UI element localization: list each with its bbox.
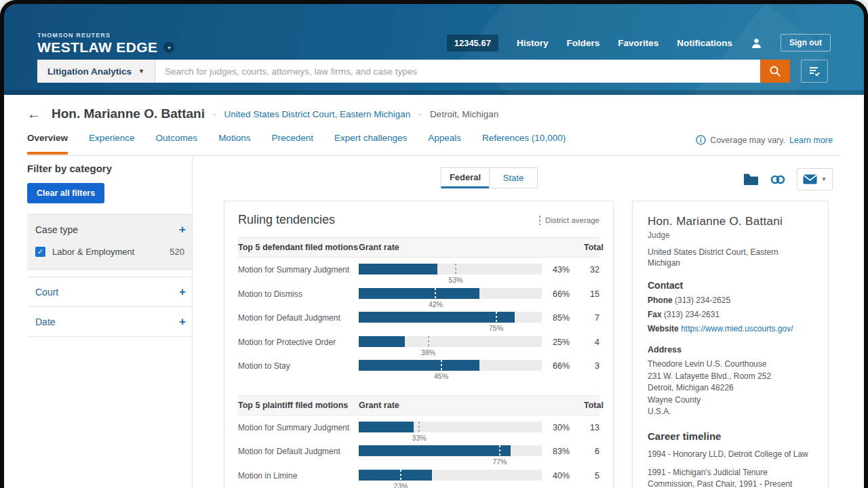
motion-row: Motion for Summary Judgment53%43%32	[238, 264, 599, 288]
bar-track	[359, 264, 542, 274]
toggle-federal[interactable]: Federal	[441, 167, 490, 188]
info-icon[interactable]	[696, 135, 706, 145]
motion-label: Motion for Summary Judgment	[238, 264, 359, 274]
motion-label: Motion for Protective Order	[238, 336, 359, 347]
brand-thomson-reuters: THOMSON REUTERS	[37, 32, 174, 39]
district-average-marker-icon	[539, 216, 540, 225]
plus-icon[interactable]: +	[179, 316, 186, 327]
motion-label: Motion to Stay	[238, 360, 359, 371]
coverage-learn-more-link[interactable]: Learn more	[789, 136, 833, 145]
envelope-icon	[803, 174, 817, 184]
checkbox-checked-icon[interactable]: ✓	[35, 247, 45, 257]
bar-track	[359, 336, 542, 347]
bar-track	[359, 360, 542, 371]
client-id-button[interactable]: 12345.67	[447, 35, 498, 52]
grant-rate-bar: 77%	[359, 445, 542, 456]
search-scope-dropdown[interactable]: Litigation Analytics ▼	[37, 60, 155, 83]
clear-all-filters-button[interactable]: Clear all filters	[27, 183, 104, 203]
motion-row: Motion for Protective Order38%25%4	[238, 336, 599, 361]
tab-overview[interactable]: Overview	[27, 133, 68, 155]
district-average-value: 77%	[492, 458, 507, 466]
filter-checkbox-item[interactable]: ✓Labor & Employment520	[27, 244, 193, 269]
address-heading: Address	[648, 345, 813, 354]
website-line: Website https://www.mied.uscourts.gov/	[648, 324, 813, 333]
search-bar: Litigation Analytics ▼	[37, 60, 790, 83]
motion-row: Motion for Default Judgment75%85%7	[238, 312, 599, 336]
filter-item-count: 520	[170, 247, 184, 257]
brand-logo: THOMSON REUTERS WESTLAW EDGE ▾	[37, 32, 174, 56]
bar-fill	[359, 470, 432, 481]
motion-label: Motion for Default Judgment	[238, 445, 359, 456]
plus-icon[interactable]: +	[179, 286, 186, 298]
saved-items-button[interactable]	[801, 60, 828, 83]
grant-rate-value: 25%	[542, 336, 584, 347]
bar-fill	[359, 264, 437, 274]
filter-section-header[interactable]: Case type+	[27, 215, 193, 244]
career-entry: 1991 - Michigan's Judicial Tenure Commis…	[648, 467, 813, 488]
grant-rate-bar: 53%	[359, 264, 542, 274]
grant-rate-value: 66%	[542, 360, 584, 371]
website-link[interactable]: https://www.mied.uscourts.gov/	[681, 324, 793, 333]
filter-section-header[interactable]: Court+	[27, 277, 193, 306]
grant-rate-value: 83%	[542, 445, 584, 456]
judge-card-court: United States District Court, Eastern Mi…	[648, 247, 813, 268]
back-arrow-icon[interactable]: ←	[27, 107, 41, 121]
filter-item-label: Labor & Employment	[52, 247, 170, 257]
bar-track	[359, 288, 542, 299]
tab-outcomes[interactable]: Outcomes	[156, 133, 198, 155]
tab-precedent[interactable]: Precedent	[271, 133, 313, 155]
grant-rate-value: 43%	[542, 264, 584, 274]
nav-history[interactable]: History	[517, 38, 549, 48]
list-check-icon	[808, 66, 821, 77]
district-average-value: 75%	[489, 324, 503, 332]
total-value: 6	[584, 445, 599, 456]
motions-tables: Top 5 defendant filed motionsGrant rateT…	[238, 237, 599, 488]
coverage-note: Coverage may vary. Learn more	[696, 135, 833, 145]
nav-folders[interactable]: Folders	[566, 38, 599, 48]
search-input[interactable]	[155, 60, 760, 83]
district-average-value: 33%	[412, 434, 427, 442]
brand-dropdown-icon[interactable]: ▾	[163, 42, 174, 53]
filter-sections: Case type+✓Labor & Employment520Court+Da…	[27, 214, 193, 337]
ruling-tendencies-card: Ruling tendencies District average Top 5…	[224, 201, 614, 488]
website-label: Website	[648, 324, 679, 333]
coverage-text: Coverage may vary.	[710, 136, 785, 145]
grant-rate-bar: 45%	[359, 360, 542, 371]
motions-table-header: Top 5 plaintiff filed motionsGrant rateT…	[238, 395, 599, 415]
sign-out-button[interactable]: Sign out	[781, 34, 831, 52]
separator-dot: ·	[213, 108, 216, 119]
tab-experience[interactable]: Experience	[89, 133, 135, 155]
chevron-down-icon: ▼	[821, 176, 827, 182]
chevron-down-icon: ▼	[138, 68, 144, 75]
user-account-icon[interactable]	[751, 37, 762, 49]
tab-expert-challenges[interactable]: Expert challenges	[334, 133, 407, 155]
motion-row: Motion for Default Judgment77%83%6	[238, 445, 599, 470]
total-value: 7	[584, 312, 599, 323]
court-link[interactable]: United States District Court, Eastern Mi…	[224, 109, 411, 119]
toggle-state[interactable]: State	[489, 167, 538, 188]
district-average-marker	[441, 360, 442, 371]
motion-label: Motion for Default Judgment	[238, 312, 359, 323]
filter-section-header[interactable]: Date+	[27, 307, 193, 336]
motion-row: Motion to Stay45%66%3	[238, 360, 599, 384]
grant-rate-bar: 33%	[359, 422, 542, 432]
tab-appeals[interactable]: Appeals	[428, 133, 461, 155]
link-button[interactable]	[770, 174, 786, 185]
address-line: 231 W. Lafayette Blvd., Room 252	[648, 371, 813, 382]
tab-references-10-000-[interactable]: References (10,000)	[482, 133, 566, 155]
page-title-judge-name: Hon. Marianne O. Battani	[52, 106, 205, 121]
plus-icon[interactable]: +	[179, 224, 186, 235]
bar-track	[359, 445, 542, 456]
bar-track	[359, 312, 542, 323]
search-button[interactable]	[760, 60, 790, 83]
email-button[interactable]: ▼	[797, 168, 833, 190]
tab-motions[interactable]: Motions	[218, 133, 250, 155]
nav-favorites[interactable]: Favorites	[618, 38, 658, 48]
grant-rate-bar: 23%	[359, 470, 542, 481]
folder-button[interactable]	[743, 173, 759, 186]
filter-section-label: Date	[35, 317, 56, 327]
phone-value: (313) 234-2625	[675, 296, 730, 305]
judge-info-card: Hon. Marianne O. Battani Judge United St…	[632, 201, 829, 488]
nav-notifications[interactable]: Notifications	[677, 38, 732, 48]
judge-location: Detroit, Michigan	[430, 109, 498, 119]
